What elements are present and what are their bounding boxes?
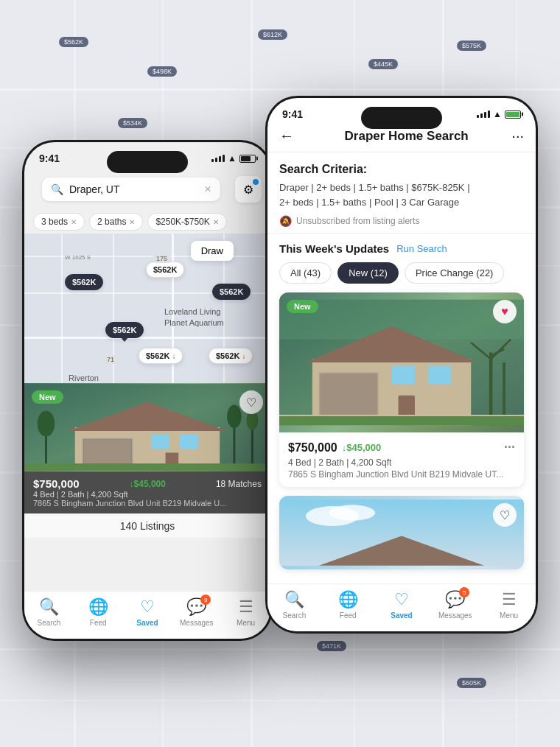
saved-nav-label-left: Saved [136,619,158,627]
svg-rect-12 [180,435,198,449]
svg-point-33 [329,505,375,521]
price-tag-3[interactable]: $562K [212,284,251,300]
filter-icon: ⚙ [243,183,253,197]
right-phone: 9:41 ▲ ← Draper Home Search ··· [265,96,538,634]
feed-nav-icon-left: 🌐 [88,597,108,617]
updates-title: This Week's Updates [279,242,389,255]
saved-nav-icon-right: ♡ [394,590,409,609]
filter-button-left[interactable]: ⚙ [235,176,262,203]
time-left: 9:41 [39,152,60,164]
area-label-3: Riverton [69,374,99,382]
left-phone: 9:41 ▲ 🔍 Draper, UT ✕ [22,140,273,641]
heart-button-left[interactable]: ♡ [239,390,263,414]
alert-row: 🔕 Unsubscribed from listing alerts [279,215,524,227]
heart-button-right-2[interactable]: ♡ [493,503,517,527]
clear-search-left[interactable]: ✕ [204,184,211,194]
search-icon-left: 🔍 [51,183,63,195]
run-search-button[interactable]: Run Search [396,243,447,254]
bg-map-label: $562K [59,37,88,47]
search-input-left[interactable]: Draper, UT [69,183,198,195]
nav-saved-left[interactable]: ♡ Saved [123,597,172,627]
status-icons-right: ▲ [477,109,521,119]
search-nav-icon-left: 🔍 [39,597,59,617]
tab-all[interactable]: All (43) [279,262,332,284]
chip-price-remove[interactable]: ✕ [213,218,219,226]
back-button-right[interactable]: ← [279,127,294,144]
listing-price-right: $750,000 [288,441,337,455]
new-badge-right: New [287,300,318,313]
nav-menu-left[interactable]: ☰ Menu [221,597,270,627]
menu-nav-icon-left: ☰ [239,597,253,617]
draw-label: Draw [201,245,223,256]
heart-button-right[interactable]: ♥ [493,300,517,323]
wifi-right: ▲ [493,109,502,119]
filter-tabs-right: All (43) New (12) Price Change (22) [267,262,536,292]
messages-nav-label-right: Messages [438,611,472,620]
bell-icon: 🔕 [279,215,292,227]
more-button-right[interactable]: ··· [511,127,524,144]
chip-baths-remove[interactable]: ✕ [129,218,135,226]
chip-beds[interactable]: 3 beds ✕ [33,213,85,231]
bg-map-label: $445K [368,59,398,69]
price-tag-2[interactable]: $562K [146,262,184,278]
nav-search-left[interactable]: 🔍 Search [24,597,74,627]
bg-map-label: $534K [118,118,147,128]
road-label-71: 71 [104,355,117,364]
price-tag-down-1[interactable]: $562K ↓ [139,348,183,364]
battery-right [505,111,521,119]
menu-nav-label-left: Menu [237,619,255,627]
listing-card-right-2[interactable]: ♡ [279,496,524,569]
svg-rect-27 [428,365,451,384]
listing-price-left: $750,000 [33,477,80,490]
menu-nav-label-right: Menu [500,611,518,620]
listing-card-right[interactable]: New ♥ $750,000 ↓$45,000 ··· 4 Bed | 2 Ba… [279,292,524,487]
nav-search-right[interactable]: 🔍 Search [267,590,321,620]
chip-beds-remove[interactable]: ✕ [71,218,77,226]
listing-beds-right: 4 Bed | 2 Bath | 4,200 Sqft [288,457,515,468]
menu-nav-icon-right: ☰ [502,590,517,609]
listings-count: 140 Listings [24,513,270,538]
nav-menu-right[interactable]: ☰ Menu [482,590,536,620]
tab-price-change[interactable]: Price Change (22) [405,262,505,284]
status-icons-left: ▲ [211,153,256,164]
feed-nav-icon-right: 🌐 [338,590,358,609]
bg-map-label: $605K [457,678,486,688]
nav-messages-right[interactable]: 💬 5 Messages [428,590,482,620]
nav-feed-right[interactable]: 🌐 Feed [321,590,375,620]
listing-price-drop-left: ↓$45,000 [130,479,166,489]
road-label-175: 175 [153,254,170,263]
house-svg-right-2 [279,496,524,569]
listing-image-right-2: ♡ [279,496,524,569]
messages-badge-left: 9 [200,595,211,605]
criteria-title: Search Criteria: [279,163,524,176]
search-bar-left[interactable]: 🔍 Draper, UT ✕ [42,178,220,201]
criteria-section: Search Criteria: Draper | 2+ beds | 1.5+… [267,152,536,234]
listing-card-body-right: $750,000 ↓$45,000 ··· 4 Bed | 2 Bath | 4… [279,432,524,487]
road-text-1: W 1025 S [65,254,91,261]
messages-nav-label-left: Messages [180,619,214,627]
price-tag-1[interactable]: $562K [65,274,103,290]
filter-chips-left: 3 beds ✕ 2 baths ✕ $250K-$750K ✕ [24,213,270,231]
phone-notch-left [107,151,188,173]
nav-feed-left[interactable]: 🌐 Feed [74,597,123,627]
map-area-left[interactable]: Draw $562K $562K $562K $562K $562K ↓ [24,234,270,513]
chip-beds-label: 3 beds [41,217,68,227]
nav-saved-right[interactable]: ♡ Saved [375,590,429,620]
chip-baths[interactable]: 2 baths ✕ [89,213,143,231]
price-tag-down-2[interactable]: $562K ↓ [209,348,253,364]
battery-left [239,155,256,163]
listing-matches: 18 Matches [216,479,262,489]
draw-button[interactable]: Draw [191,241,234,261]
area-label-2: Planet Aquarium [164,318,224,327]
tab-new[interactable]: New (12) [337,262,399,284]
nav-messages-left[interactable]: 💬 9 Messages [172,597,221,627]
price-tag-selected[interactable]: $562K [105,322,144,338]
listing-card-map[interactable]: New ♡ $750,000 ↓$45,000 18 Matches 4 Bed… [24,383,270,513]
new-badge-left: New [32,390,63,404]
chip-price[interactable]: $250K-$750K ✕ [147,213,226,231]
listing-more-button[interactable]: ··· [504,440,515,455]
criteria-text: Draper | 2+ beds | 1.5+ baths | $675K-82… [279,180,524,209]
time-right: 9:41 [282,108,303,120]
phone-notch-right [361,107,442,129]
bottom-nav-right: 🔍 Search 🌐 Feed ♡ Saved 💬 5 Messages ☰ [267,583,536,631]
